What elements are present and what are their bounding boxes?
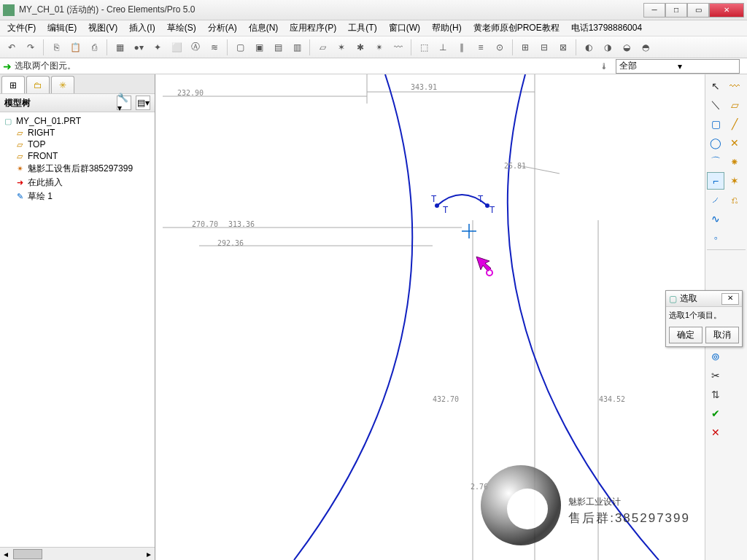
coord-sys-tool[interactable]: ✶ — [726, 172, 743, 190]
hidden-button[interactable]: ▣ — [250, 39, 268, 56]
datum-point-icon[interactable]: ✱ — [352, 39, 369, 56]
datum-plane-icon[interactable]: ▱ — [314, 39, 331, 56]
datum-curve-icon[interactable]: 〰 — [390, 39, 407, 56]
menu-window[interactable]: 窗口(W) — [384, 20, 425, 36]
grid-2-icon[interactable]: ⊟ — [535, 39, 553, 56]
menu-tools[interactable]: 工具(T) — [344, 20, 381, 36]
tree-item-right[interactable]: ▱ RIGHT — [0, 127, 155, 139]
text-tool[interactable]: ◦ — [707, 229, 724, 246]
regen-button[interactable]: ▦ — [111, 39, 128, 56]
misc-4-icon[interactable]: ◓ — [637, 39, 654, 56]
undo-button[interactable]: ↶ — [3, 39, 20, 56]
tree-item-csys[interactable]: ✴ 魅影工设售后群385297399 — [0, 162, 155, 176]
dim-5[interactable]: 313.36 — [228, 220, 255, 228]
paste-special-button[interactable]: ⎙ — [85, 39, 103, 56]
offset-tool[interactable]: ⎌ — [726, 191, 743, 209]
rect-tool[interactable]: ▱ — [726, 96, 743, 114]
select-cancel-button[interactable]: 取消 — [705, 327, 739, 343]
menu-info[interactable]: 信息(N) — [244, 20, 283, 36]
select-ok-button[interactable]: 确定 — [669, 327, 703, 343]
tree-item-top[interactable]: ▱ TOP — [0, 139, 155, 150]
tree-show-button[interactable]: ▤▾ — [136, 96, 150, 110]
select-tool[interactable]: ↖ — [707, 77, 724, 95]
tab-favorites[interactable]: ✳ — [51, 76, 74, 93]
copy-button[interactable]: ⎘ — [47, 39, 65, 56]
menu-edit[interactable]: 编辑(E) — [43, 20, 81, 36]
chamfer-tool[interactable]: ⟋ — [707, 191, 724, 209]
menu-sketch[interactable]: 草绘(S) — [163, 20, 201, 36]
trim-tool[interactable]: ✂ — [707, 367, 724, 384]
menu-file[interactable]: 文件(F) — [3, 20, 40, 36]
select-panel-close[interactable]: ✕ — [721, 293, 739, 305]
dim-4[interactable]: 270.70 — [192, 220, 218, 228]
constraint-tool[interactable]: ⊚ — [707, 348, 724, 365]
paste-button[interactable]: 📋 — [66, 39, 84, 56]
grid-3-icon[interactable]: ⊠ — [554, 39, 572, 56]
menu-app[interactable]: 应用程序(P) — [285, 20, 341, 36]
model-tree[interactable]: ▢ MY_CH_01.PRT ▱ RIGHT ▱ TOP ▱ FRONT ✴ 魅… — [0, 112, 155, 547]
dim-8[interactable]: 434.52 — [599, 395, 625, 403]
circle-tool[interactable]: ◯ — [707, 134, 724, 152]
minimize-button[interactable]: ─ — [643, 3, 665, 18]
nohidden-button[interactable]: ▤ — [269, 39, 287, 56]
datum-axis-icon[interactable]: ✶ — [333, 39, 350, 56]
title-bar: MY_CH_01 (活动的) - Creo Elements/Pro 5.0 ─… — [0, 0, 747, 20]
layer-button[interactable]: ≋ — [206, 39, 223, 56]
tree-settings-button[interactable]: 🔧▾ — [117, 96, 131, 110]
menu-insert[interactable]: 插入(I) — [125, 20, 159, 36]
tree-item-front[interactable]: ▱ FRONT — [0, 150, 155, 162]
selection-filter-dropdown[interactable]: 全部 ▾ — [616, 59, 740, 74]
misc-3-icon[interactable]: ◒ — [618, 39, 635, 56]
arc-tool[interactable]: ⌒ — [707, 153, 724, 171]
annotation-button[interactable]: Ⓐ — [187, 39, 204, 56]
tab-model-tree[interactable]: ⊞ — [1, 76, 25, 93]
cancel-sketch-button[interactable]: ✕ — [707, 424, 724, 441]
misc-2-icon[interactable]: ◑ — [599, 39, 616, 56]
shading-button[interactable]: ▥ — [288, 39, 306, 56]
constraint-2-icon[interactable]: ∥ — [453, 39, 471, 56]
spin-center-button[interactable]: ✦ — [149, 39, 166, 56]
named-view-button[interactable]: ⬜ — [168, 39, 185, 56]
dim-2[interactable]: 343.91 — [411, 83, 437, 91]
dim-6[interactable]: 292.36 — [217, 239, 244, 247]
restore-button[interactable]: □ — [665, 3, 687, 18]
tree-item-insert-here[interactable]: ➜ 在此插入 — [0, 176, 155, 190]
grid-1-icon[interactable]: ⊞ — [516, 39, 534, 56]
dim-7[interactable]: 432.70 — [433, 395, 459, 403]
centerline-tool[interactable]: ╱ — [726, 115, 743, 133]
datum-csys-icon[interactable]: ✴ — [371, 39, 388, 56]
done-button[interactable]: ✔ — [707, 405, 724, 422]
appearance-button[interactable]: ●▾ — [130, 39, 147, 56]
rectangle-tool[interactable]: ▢ — [707, 115, 724, 133]
menu-teacher[interactable]: 黄老师原创PROE教程 — [469, 20, 564, 36]
maximize-button[interactable]: ▭ — [687, 3, 709, 18]
line-tool[interactable]: ＼ — [707, 96, 724, 114]
mirror-tool[interactable]: ⇅ — [707, 386, 724, 403]
construction-circle-tool[interactable]: ✕ — [726, 134, 743, 152]
menu-view[interactable]: 视图(V) — [84, 20, 122, 36]
wireframe-button[interactable]: ▢ — [231, 39, 249, 56]
dim-9[interactable]: 2.76 — [471, 483, 488, 491]
tab-folder[interactable]: 🗀 — [26, 76, 50, 93]
dim-3[interactable]: 25.81 — [504, 162, 526, 170]
graphics-canvas[interactable]: TT TT 232.90 343.91 25.81 270.70 313.36 … — [155, 74, 705, 560]
constraint-1-icon[interactable]: ⊥ — [434, 39, 452, 56]
close-button[interactable]: ✕ — [709, 3, 744, 18]
spline-tool[interactable]: 〰 — [726, 77, 743, 95]
fillet-tool[interactable]: ⌐ — [707, 172, 724, 190]
misc-1-icon[interactable]: ◐ — [580, 39, 597, 56]
sidebar-hscrollbar[interactable]: ◂ ▸ — [0, 547, 155, 560]
menu-phone[interactable]: 电话13798886004 — [567, 20, 646, 36]
point-tool[interactable]: ⁕ — [726, 153, 743, 171]
tree-item-sketch1[interactable]: ✎ 草绘 1 — [0, 190, 155, 203]
constraint-4-icon[interactable]: ⊙ — [491, 39, 508, 56]
sketch-view-button[interactable]: ⬚ — [415, 39, 433, 56]
constraint-3-icon[interactable]: ≡ — [472, 39, 489, 56]
menu-help[interactable]: 帮助(H) — [427, 20, 466, 36]
dim-1[interactable]: 232.90 — [177, 89, 204, 97]
spline2-tool[interactable]: ∿ — [707, 210, 724, 228]
tree-root[interactable]: ▢ MY_CH_01.PRT — [0, 115, 155, 127]
redo-button[interactable]: ↷ — [22, 39, 39, 56]
svg-text:T: T — [431, 194, 437, 204]
menu-analysis[interactable]: 分析(A) — [204, 20, 241, 36]
